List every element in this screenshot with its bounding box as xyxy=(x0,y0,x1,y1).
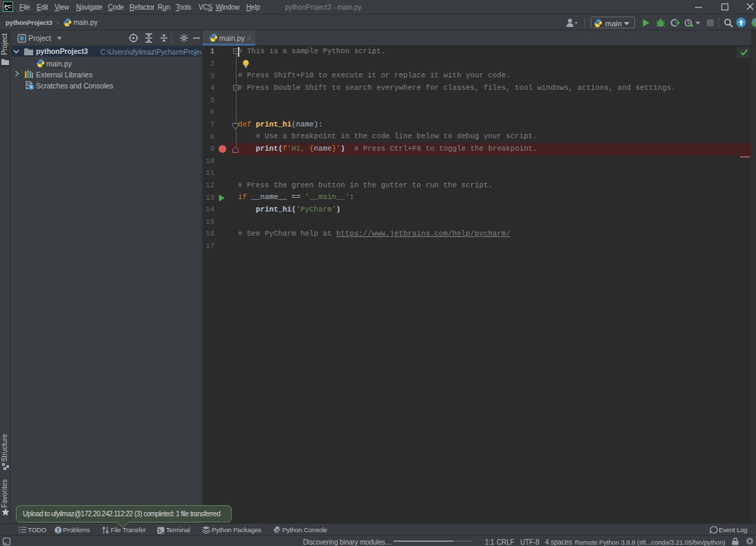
svg-text:PC: PC xyxy=(4,3,12,10)
